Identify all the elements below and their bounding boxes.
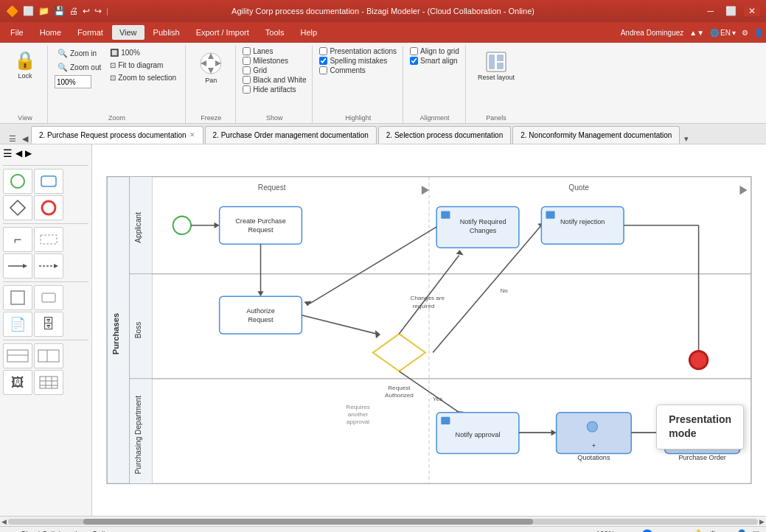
svg-text:+: + [592, 442, 596, 449]
toolbox-separator-0 [3, 165, 88, 166]
tab-nav-back[interactable]: ◀ [19, 134, 31, 144]
spelling-mistakes-checkbox[interactable]: Spelling mistakes [319, 57, 397, 65]
fit-to-diagram-button[interactable]: ⊡ Fit to diagram [107, 60, 179, 71]
menu-file[interactable]: File [3, 25, 31, 40]
lang-selector[interactable]: 🌐 EN ▾ [710, 29, 736, 37]
tool-swimlane-h[interactable] [3, 343, 32, 368]
minimize-btn[interactable]: ─ [703, 6, 718, 16]
settings-status-icon[interactable]: ⚙ [708, 529, 717, 532]
tool-boundary-event[interactable]: ⌐ [3, 227, 32, 252]
align-to-grid-checkbox[interactable]: Align to grid [410, 47, 459, 55]
bw-checkbox[interactable]: Black and White [243, 76, 306, 84]
close-btn[interactable]: ✕ [744, 6, 760, 16]
tool-table[interactable] [34, 370, 63, 395]
zoom-out-button[interactable]: 🔍 Zoom out [55, 61, 104, 74]
tool-image[interactable]: 🖼 [3, 370, 32, 395]
menu-help[interactable]: Help [293, 25, 324, 40]
smart-align-checkbox[interactable]: Smart align [410, 57, 459, 65]
menu-publish[interactable]: Publish [146, 25, 187, 40]
tab-selection[interactable]: 2. Selection process documentation [378, 126, 511, 144]
menu-view[interactable]: View [112, 25, 145, 40]
tab-nav-prev[interactable]: ☰ [6, 134, 19, 144]
start-event[interactable] [173, 217, 191, 234]
bell-icon[interactable]: 🔔 [692, 529, 704, 532]
toolbox-menu-icon[interactable]: ☰ [3, 147, 13, 159]
tool-task[interactable] [34, 169, 63, 194]
ribbon-group-title-view: View [9, 113, 41, 122]
svg-marker-15 [23, 264, 27, 268]
tool-small-rect[interactable] [34, 285, 63, 310]
cloud-sync-icon[interactable]: ☁ [722, 529, 731, 532]
ribbon-group-title-zoom: Zoom [55, 113, 179, 122]
zoom-100-button[interactable]: 🔲 100% [107, 47, 179, 58]
scroll-left-btn[interactable]: ◀ [1, 518, 7, 525]
zoom-selection-button[interactable]: ⊡ Zoom to selection [107, 72, 179, 83]
settings-icon[interactable]: ⚙ [742, 29, 748, 37]
ribbon-group-title-show: Show [243, 113, 306, 122]
tool-sequence-flow[interactable] [3, 253, 32, 279]
tab-purchase-request[interactable]: 2. Purchase Request process documentatio… [31, 126, 203, 144]
tool-annotation[interactable] [3, 285, 32, 310]
task-create-purchase[interactable] [220, 206, 302, 244]
toolbox-collapse[interactable]: ▶ [25, 148, 32, 158]
tab-purchase-order[interactable]: 2. Purchase Order management documentati… [205, 126, 377, 144]
tool-end-event[interactable] [34, 195, 63, 220]
comments-input[interactable] [319, 66, 327, 74]
milestones-checkbox-input[interactable] [243, 57, 251, 65]
canvas[interactable]: Purchases Applicant Boss Purchasing Depa… [92, 144, 766, 516]
tool-gateway[interactable] [3, 195, 32, 220]
tool-message-flow[interactable] [34, 253, 63, 279]
lanes-checkbox-input[interactable] [243, 47, 251, 55]
menubar: File Home Format View Publish Export / I… [0, 22, 766, 43]
zoom-in-button[interactable]: 🔍 Zoom in [55, 47, 104, 60]
spelling-mistakes-input[interactable] [319, 57, 327, 65]
reset-layout-button[interactable]: Reset layout [473, 47, 520, 85]
tool-start-event[interactable] [3, 169, 32, 194]
lanes-checkbox[interactable]: Lanes [243, 47, 306, 55]
menu-home[interactable]: Home [32, 25, 69, 40]
svg-point-70 [692, 354, 704, 365]
menu-export[interactable]: Export / Import [189, 25, 257, 40]
user-icon[interactable]: 👤 [754, 29, 763, 37]
comments-checkbox[interactable]: Comments [319, 66, 397, 74]
user-chevron[interactable]: ▲▼ [689, 29, 704, 37]
tab-nav-more[interactable]: ▾ [681, 134, 692, 144]
cloud-status-icon: ☁ [6, 530, 15, 533]
pan-button[interactable]: Pan [192, 47, 229, 87]
restore-btn[interactable]: ⬜ [721, 6, 741, 16]
presentation-actions-checkbox[interactable]: Presentation actions [319, 47, 397, 55]
grid-status-icon[interactable]: ⊞ [752, 529, 760, 532]
tool-data-object[interactable]: 📄 [3, 312, 32, 337]
tool-dashed-rect[interactable] [34, 227, 63, 252]
hide-artifacts-checkbox[interactable]: Hide artifacts [243, 85, 306, 94]
toolbox-nav-back[interactable]: ◀ [15, 148, 22, 158]
grid-checkbox[interactable]: Grid [243, 66, 306, 74]
tool-swimlane-v[interactable] [34, 343, 63, 368]
zoom-sel-icon: ⊡ [110, 74, 116, 82]
zoom-input[interactable] [55, 75, 91, 88]
scrollbar-track[interactable] [8, 519, 758, 525]
hide-artifacts-checkbox-input[interactable] [243, 85, 251, 94]
tab-close-0[interactable]: ✕ [189, 131, 195, 139]
bw-checkbox-input[interactable] [243, 76, 251, 84]
align-grid-input[interactable] [410, 47, 418, 55]
user-status-icon[interactable]: 👤 [736, 529, 748, 532]
svg-marker-11 [10, 200, 25, 215]
tab-nonconformity[interactable]: 2. Nonconformity Management documentatio… [512, 126, 680, 144]
smart-align-input[interactable] [410, 57, 418, 65]
presentation-actions-input[interactable] [319, 47, 327, 55]
svg-text:Changes are: Changes are [411, 295, 445, 301]
menu-format[interactable]: Format [70, 25, 111, 40]
grid-checkbox-input[interactable] [243, 66, 251, 74]
task-authorize[interactable] [220, 296, 302, 334]
milestones-checkbox[interactable]: Milestones [243, 57, 306, 65]
lock-button[interactable]: 🔒 Lock [9, 47, 41, 83]
zoom-plus-icon[interactable]: + [683, 530, 688, 533]
menu-tools[interactable]: Tools [258, 25, 292, 40]
scroll-right-btn[interactable]: ▶ [759, 518, 765, 525]
horizontal-scrollbar[interactable]: ◀ ▶ [0, 516, 766, 526]
ribbon-group-lock: 🔒 Lock View [3, 46, 48, 123]
tool-database[interactable]: 🗄 [34, 312, 63, 337]
scrollbar-thumb[interactable] [83, 519, 533, 525]
svg-text:Request: Request [388, 385, 411, 391]
